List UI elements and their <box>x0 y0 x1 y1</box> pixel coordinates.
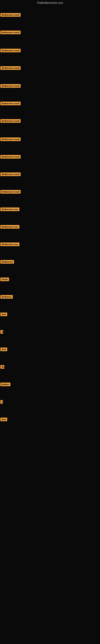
bottleneck-badge-row: Bottleneck result <box>0 172 21 177</box>
bottleneck-badge-row: B <box>0 330 3 334</box>
bottleneck-result-badge[interactable]: Bottle <box>0 278 9 281</box>
bottleneck-result-badge[interactable]: Bottleneck result <box>0 155 21 158</box>
bottleneck-badge-row: Bottleneck resu <box>0 242 19 247</box>
bottleneck-result-badge[interactable]: Bottleneck resu <box>0 242 19 246</box>
bottleneck-badge-row: Bottleneck <box>0 260 14 264</box>
bottleneck-result-badge[interactable]: Bott <box>0 348 7 351</box>
bottleneck-result-badge[interactable]: Bottleneck result <box>0 138 21 141</box>
bottleneck-badge-row: Bo <box>0 365 4 370</box>
bottleneck-result-badge[interactable]: Bottleneck result <box>0 102 21 105</box>
bottleneck-result-badge[interactable]: Bottleneck result <box>0 172 21 176</box>
bottleneck-badge-row: Bottleneck result <box>0 30 21 35</box>
bottleneck-result-badge[interactable]: Bottleneck resu <box>0 208 19 211</box>
bottleneck-badge-row: Bott <box>0 348 7 352</box>
bottleneck-result-badge[interactable]: Bottleneck result <box>0 84 21 88</box>
bottleneck-result-badge[interactable]: Bottleneck result <box>0 49 21 52</box>
site-title: TheBottlenecker.com <box>0 0 100 6</box>
bottleneck-result-badge[interactable]: Bottleneck result <box>0 30 21 34</box>
bottleneck-result-badge[interactable]: Bottleneck <box>0 260 14 264</box>
bottleneck-badge-row: Bottleneck result <box>0 190 21 194</box>
bottleneck-result-badge[interactable]: Bo <box>0 365 4 369</box>
bottleneck-badge-row: Bottle <box>0 278 9 282</box>
bottleneck-badge-row: | <box>0 400 3 404</box>
bottleneck-badge-row: Bottleneck result <box>0 119 21 124</box>
bottleneck-badge-row: Bottleneck result <box>0 13 21 18</box>
bottleneck-result-badge[interactable]: Bottleneck resu <box>0 225 19 228</box>
bottleneck-badge-row: Bottleneck result <box>0 49 21 53</box>
bottleneck-result-badge[interactable]: Bottleneck result <box>0 190 21 194</box>
bottleneck-badge-row: Bottleneck resu <box>0 208 19 212</box>
bottleneck-badge-row: Bott <box>0 312 7 317</box>
bottleneck-badge-row: Bottlenec <box>0 295 13 300</box>
bottleneck-result-badge[interactable]: Bott <box>0 418 7 421</box>
bottleneck-result-badge[interactable]: Bottleneck result <box>0 66 21 70</box>
bottleneck-badge-row: Bottleneck result <box>0 138 21 142</box>
bottleneck-result-badge[interactable]: Bottleneck result <box>0 119 21 123</box>
bottleneck-result-badge[interactable]: Bottleneck result <box>0 13 21 17</box>
bottleneck-result-badge[interactable]: Bottlenec <box>0 295 13 299</box>
bottleneck-badge-row: Bott <box>0 418 7 422</box>
bottleneck-badge-row: Bottleneck result <box>0 102 21 106</box>
bottleneck-result-badge[interactable]: Bottlen <box>0 382 10 386</box>
bottleneck-result-badge[interactable]: Bott <box>0 312 7 316</box>
bottleneck-result-badge[interactable]: | <box>0 400 3 404</box>
bottleneck-result-badge[interactable]: B <box>0 330 3 334</box>
bottleneck-badge-row: Bottleneck resu <box>0 225 19 230</box>
bottleneck-badge-row: Bottlen <box>0 382 10 387</box>
bottleneck-badge-row: Bottleneck result <box>0 155 21 160</box>
bottleneck-badge-row: Bottleneck result <box>0 84 21 88</box>
bottleneck-badge-row: Bottleneck result <box>0 66 21 71</box>
